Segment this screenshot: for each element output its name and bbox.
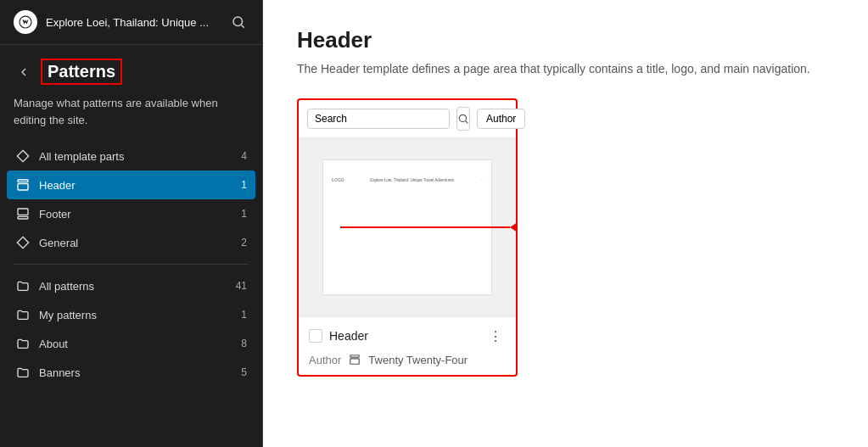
pattern-card-container: Author LOGO Explore Loei, Thailand: Uniq… <box>297 98 518 377</box>
folder-icon-my <box>15 307 31 322</box>
header-label: Header <box>39 179 76 192</box>
sidebar-item-general[interactable]: General 2 <box>7 228 255 257</box>
theme-name: Twenty Twenty-Four <box>368 354 468 366</box>
sidebar-item-all-patterns[interactable]: All patterns 41 <box>7 271 255 300</box>
svg-point-8 <box>459 115 466 121</box>
sidebar-item-footer[interactable]: Footer 1 <box>7 199 255 228</box>
svg-rect-11 <box>350 359 360 364</box>
all-template-parts-count: 4 <box>241 150 247 162</box>
svg-rect-3 <box>18 180 28 182</box>
my-patterns-count: 1 <box>241 309 247 321</box>
sidebar-description: Manage what patterns are available when … <box>0 92 262 142</box>
all-patterns-count: 41 <box>236 280 247 292</box>
preview-header-bar: LOGO Explore Loei, Thailand: Unique Trav… <box>323 177 491 182</box>
patterns-header: Patterns <box>0 45 262 92</box>
top-bar: Explore Loei, Thailand: Unique ... <box>0 0 262 45</box>
divider <box>14 264 249 265</box>
sidebar: Explore Loei, Thailand: Unique ... Patte… <box>0 0 263 447</box>
author-label: Author <box>309 354 341 366</box>
sidebar-item-banners[interactable]: Banners 5 <box>7 358 255 387</box>
about-count: 8 <box>241 338 247 349</box>
svg-line-9 <box>466 121 468 124</box>
top-search-icon[interactable] <box>228 12 249 32</box>
svg-marker-7 <box>17 237 28 248</box>
preview-site-name: Explore Loei, Thailand: Unique Travel Ad… <box>370 178 454 182</box>
header-count: 1 <box>241 179 247 191</box>
pattern-name: Header <box>329 329 479 343</box>
pattern-preview: LOGO Explore Loei, Thailand: Unique Trav… <box>299 138 516 316</box>
folder-icon-banners <box>15 365 31 380</box>
preview-frame: LOGO Explore Loei, Thailand: Unique Trav… <box>322 159 492 295</box>
banners-label: Banners <box>39 366 80 379</box>
template-parts-section: All template parts 4 Header 1 Footer 1 <box>0 142 262 257</box>
all-template-parts-label: All template parts <box>39 150 124 163</box>
pattern-checkbox[interactable] <box>309 329 322 343</box>
svg-rect-5 <box>18 209 28 215</box>
diamond-icon <box>15 148 31 164</box>
pattern-info-top: Header ⋮ <box>309 326 506 346</box>
preview-nav: ··· <box>480 178 483 182</box>
main-title: Header <box>297 27 834 53</box>
back-button[interactable] <box>14 62 34 82</box>
theme-icon <box>348 353 361 366</box>
sidebar-item-all-template-parts[interactable]: All template parts 4 <box>7 142 255 170</box>
header-icon <box>15 177 31 193</box>
author-button[interactable]: Author <box>477 109 525 129</box>
svg-rect-10 <box>350 355 360 357</box>
general-icon <box>15 235 31 250</box>
footer-count: 1 <box>241 208 247 220</box>
sidebar-item-my-patterns[interactable]: My patterns 1 <box>7 300 255 329</box>
pattern-info-bottom: Author Twenty Twenty-Four <box>309 353 506 366</box>
svg-rect-4 <box>18 184 28 190</box>
search-button[interactable] <box>456 107 470 131</box>
pattern-info: Header ⋮ Author Twenty Twenty-Four <box>299 316 516 375</box>
patterns-section: All patterns 41 My patterns 1 About 8 <box>0 271 262 387</box>
general-label: General <box>39 237 78 249</box>
main-description: The Header template defines a page area … <box>297 60 834 78</box>
my-patterns-label: My patterns <box>39 309 97 321</box>
folder-icon-all <box>15 278 31 293</box>
pattern-menu-button[interactable]: ⋮ <box>485 326 506 346</box>
about-label: About <box>39 338 68 350</box>
pattern-toolbar: Author <box>299 100 516 138</box>
svg-point-0 <box>233 17 243 26</box>
search-input[interactable] <box>307 109 450 129</box>
arrow-head <box>510 222 516 232</box>
general-count: 2 <box>241 237 247 249</box>
sidebar-item-header[interactable]: Header 1 <box>7 170 255 199</box>
svg-line-1 <box>241 25 244 27</box>
site-title: Explore Loei, Thailand: Unique ... <box>46 16 220 29</box>
page-title: Patterns <box>41 59 122 85</box>
footer-icon <box>15 206 31 221</box>
folder-icon-about <box>15 336 31 351</box>
footer-label: Footer <box>39 208 71 221</box>
wp-logo <box>14 10 37 34</box>
svg-marker-2 <box>17 150 28 161</box>
all-patterns-label: All patterns <box>39 280 94 293</box>
pattern-card: Author LOGO Explore Loei, Thailand: Uniq… <box>297 98 518 377</box>
main-content: Header The Header template defines a pag… <box>263 0 868 447</box>
banners-count: 5 <box>241 366 247 378</box>
sidebar-item-about[interactable]: About 8 <box>7 329 255 358</box>
svg-rect-6 <box>18 216 28 219</box>
preview-logo: LOGO <box>332 177 344 182</box>
